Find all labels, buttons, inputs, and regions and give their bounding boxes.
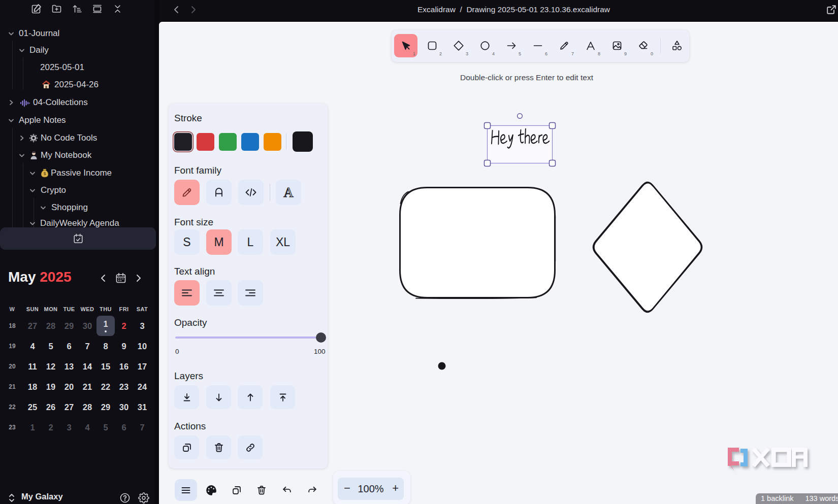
svg-text:$: $ bbox=[44, 171, 46, 176]
